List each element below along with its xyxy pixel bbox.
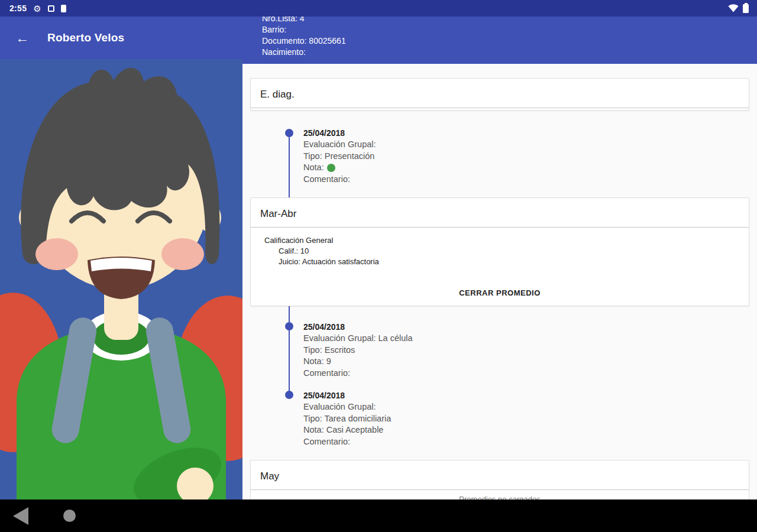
may-card-title: May xyxy=(251,460,749,489)
student-avatar-illustration xyxy=(0,59,242,499)
status-bar: 2:55 ⚙ xyxy=(0,0,757,17)
nav-home-icon[interactable] xyxy=(63,510,76,522)
entry-comentario: Comentario: xyxy=(303,174,376,185)
mar-abr-card-title: Mar-Abr xyxy=(251,198,749,227)
timeline-dot xyxy=(285,391,293,399)
may-card: May Promedios no cargados xyxy=(250,460,749,499)
student-info-lines: Nro.Lista: 4 Barrio: Documento: 80025661… xyxy=(262,17,346,58)
calificacion-valor: Calif.: 10 xyxy=(279,246,749,255)
entry-nota: Nota: 9 xyxy=(303,356,413,367)
card-divider xyxy=(251,227,749,228)
status-bar-right xyxy=(728,4,757,13)
clock: 2:55 xyxy=(9,4,27,13)
timeline-dot xyxy=(285,322,293,330)
diagnostic-card-title: E. diag. xyxy=(251,79,749,108)
calificacion-juicio: Juicio: Actuación satisfactoria xyxy=(279,257,749,266)
may-empty-text: Promedios no cargados xyxy=(251,495,749,499)
entry-nota: Nota: xyxy=(303,162,376,173)
nota-green-dot-icon xyxy=(327,164,335,172)
battery-icon xyxy=(743,4,749,13)
back-icon[interactable]: ← xyxy=(15,31,29,45)
mar-abr-card: Mar-Abr Calificación General Calif.: 10 … xyxy=(250,197,749,306)
entry-date: 25/04/2018 xyxy=(303,390,391,401)
student-documento: Documento: 80025661 xyxy=(262,35,346,47)
entry-tipo: Tipo: Presentación xyxy=(303,151,376,162)
student-barrio: Barrio: xyxy=(262,24,346,35)
status-bar-left: 2:55 ⚙ xyxy=(0,4,66,13)
square-notification-icon xyxy=(48,5,54,12)
card-divider xyxy=(251,108,749,108)
wifi-icon xyxy=(728,4,739,12)
student-panel: ← Roberto Velos xyxy=(0,17,242,499)
student-lista: Nro.Lista: 4 xyxy=(262,17,346,24)
cerrar-promedio-button[interactable]: CERRAR PROMEDIO xyxy=(251,288,749,297)
entry-title: Evaluación Grupal: xyxy=(303,401,391,413)
android-nav-bar xyxy=(0,499,757,532)
nav-back-icon[interactable] xyxy=(13,507,28,525)
timeline-entry[interactable]: 25/04/2018 Evaluación Grupal: Tipo: Pres… xyxy=(303,128,376,185)
timeline-entry[interactable]: 25/04/2018 Evaluación Grupal: Tipo: Tare… xyxy=(303,390,391,447)
entry-tipo: Tipo: Escritos xyxy=(303,345,413,356)
entry-title: Evaluación Grupal: La célula xyxy=(303,333,413,344)
student-nacimiento: Nacimiento: xyxy=(262,47,346,58)
entry-tipo: Tipo: Tarea domiciliaria xyxy=(303,413,391,424)
card-divider xyxy=(251,489,749,490)
entry-comentario: Comentario: xyxy=(303,436,391,447)
entry-date: 25/04/2018 xyxy=(303,322,413,333)
app-bar: ← Roberto Velos xyxy=(0,17,242,59)
timeline-dot xyxy=(285,129,293,137)
calificacion-general-label: Calificación General xyxy=(264,236,749,245)
gear-icon: ⚙ xyxy=(33,4,41,13)
student-info-header: Nro.Lista: 4 Barrio: Documento: 80025661… xyxy=(242,17,757,64)
rect-notification-icon xyxy=(61,5,66,12)
entry-nota: Nota: Casi Aceptable xyxy=(303,424,391,436)
page-title: Roberto Velos xyxy=(47,31,124,44)
entry-title: Evaluación Grupal: xyxy=(303,139,376,150)
timeline-entry[interactable]: 25/04/2018 Evaluación Grupal: La célula … xyxy=(303,322,413,379)
evaluations-scroll-area[interactable]: E. diag. 25/04/2018 Evaluación Grupal: T… xyxy=(242,64,757,499)
entry-comentario: Comentario: xyxy=(303,368,413,379)
diagnostic-card: E. diag. xyxy=(250,78,749,111)
entry-nota-label: Nota: xyxy=(303,162,324,173)
entry-date: 25/04/2018 xyxy=(303,128,376,139)
